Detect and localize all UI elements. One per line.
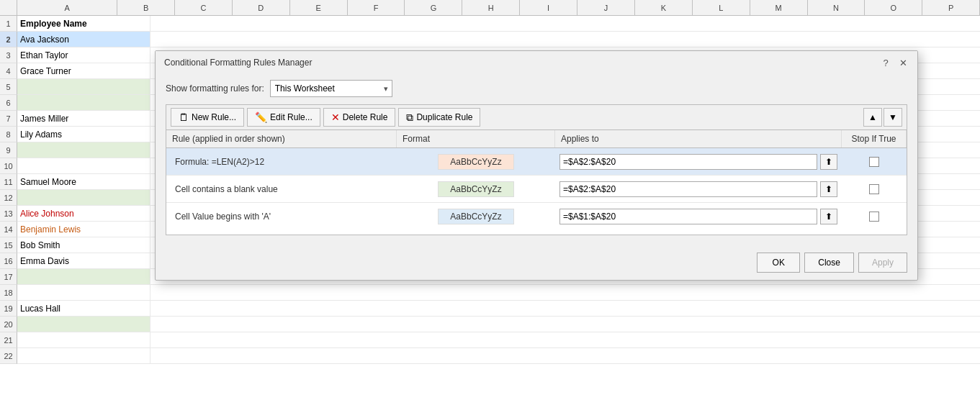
stop-if-true-checkbox[interactable] [869,184,879,194]
applies-to-input[interactable] [559,181,817,197]
delete-rule-button[interactable]: ✕ Delete Rule [323,108,396,127]
stop-if-true-checkbox[interactable] [869,212,879,222]
table-row: Employee Name [17,16,980,32]
stop-if-true-cell [842,157,907,167]
cell-a5[interactable] [17,79,150,94]
cell-a6[interactable] [17,95,150,110]
row-num-21: 21 [0,332,17,348]
table-row [17,285,980,301]
rules-table-header: Rule (applied in order shown) Format App… [166,130,907,148]
show-rules-select[interactable]: This Worksheet [270,80,392,97]
rule-description: Formula: =LEN(A2)>12 [166,154,397,170]
row-num-11: 11 [0,174,17,190]
move-up-button[interactable]: ▲ [863,108,882,127]
cell-a3[interactable]: Ethan Taylor [17,47,150,63]
edit-rule-label: Edit Rule... [270,112,313,122]
ok-button[interactable]: OK [757,253,800,273]
dialog-controls: ? ✕ [880,57,909,68]
col-header-g: G [405,0,462,15]
row-num-6: 6 [0,95,17,111]
edit-rule-icon: ✏️ [255,112,267,123]
row-num-5: 5 [0,79,17,95]
rules-table: Rule (applied in order shown) Format App… [166,129,907,235]
apply-button[interactable]: Apply [858,253,907,273]
conditional-formatting-dialog: Conditional Formatting Rules Manager ? ✕… [155,50,918,281]
row-num-2: 2 [0,32,17,47]
cell-a13[interactable]: Alice Johnson [17,206,150,221]
cell-a22[interactable] [17,348,150,363]
row-num-18: 18 [0,285,17,301]
cell-a8[interactable]: Lily Adams [17,127,150,142]
duplicate-rule-button[interactable]: ⧉ Duplicate Rule [398,108,480,127]
applies-to-select-button[interactable]: ⬆ [820,209,837,224]
rule-applies-to: ⬆ [555,151,842,173]
table-row [17,348,980,364]
close-icon-button[interactable]: ✕ [897,57,909,68]
row-num-16: 16 [0,253,17,269]
dialog-titlebar: Conditional Formatting Rules Manager ? ✕ [156,51,917,73]
applies-to-select-button[interactable]: ⬆ [820,154,837,170]
stop-if-true-cell [842,212,907,222]
show-rules-select-wrapper[interactable]: This Worksheet [270,80,392,97]
cell-a21[interactable] [17,332,150,347]
applies-to-input[interactable] [559,209,817,224]
cell-a12[interactable] [17,190,150,205]
help-button[interactable]: ? [880,57,891,68]
cell-a4[interactable]: Grace Turner [17,63,150,78]
row-rest [150,16,980,31]
col-header-j: J [577,0,635,15]
cell-a15[interactable]: Bob Smith [17,237,150,253]
cell-a1[interactable]: Employee Name [17,16,150,31]
edit-rule-button[interactable]: ✏️ Edit Rule... [247,108,320,127]
new-rule-icon: 🗒 [179,112,189,123]
cell-a10[interactable] [17,158,150,173]
col-header-c: C [175,0,233,15]
row-rest [150,332,980,347]
applies-to-select-button[interactable]: ⬆ [820,181,837,197]
row-num-13: 13 [0,206,17,222]
rule-format-preview: AaBbCcYyZz [397,178,555,200]
table-row [17,332,980,348]
rule-row[interactable]: Cell Value begins with 'A' AaBbCcYyZz ⬆ [166,203,907,230]
stop-if-true-checkbox[interactable] [869,157,879,167]
col-header-e: E [290,0,348,15]
cell-a18[interactable] [17,285,150,300]
spreadsheet: A B C D E F G H I J K L M N O P 12345678… [0,0,980,400]
new-rule-button[interactable]: 🗒 New Rule... [171,108,244,127]
rule-row[interactable]: Formula: =LEN(A2)>12 AaBbCcYyZz ⬆ [166,148,907,176]
move-down-button[interactable]: ▼ [884,108,902,127]
table-row: Ava Jackson [17,32,980,47]
row-rest [150,348,980,363]
delete-rule-label: Delete Rule [343,112,388,122]
row-numbers: 12345678910111213141516171819202122 [0,16,17,364]
cell-a20[interactable] [17,317,150,332]
cell-a2[interactable]: Ava Jackson [17,32,150,47]
row-rest [150,317,980,332]
cell-a17[interactable] [17,269,150,284]
format-preview-text: AaBbCcYyZz [438,154,513,170]
table-row: Lucas Hall [17,301,980,317]
applies-to-input[interactable] [559,154,817,170]
col-header-l: L [693,0,750,15]
col-header-p: P [922,0,980,15]
cell-a16[interactable]: Emma Davis [17,253,150,268]
row-rest [150,301,980,316]
col-header-a: A [17,0,117,15]
row-num-7: 7 [0,111,17,127]
row-num-12: 12 [0,190,17,206]
rules-toolbar: 🗒 New Rule... ✏️ Edit Rule... ✕ Delete R… [166,104,907,129]
cell-a19[interactable]: Lucas Hall [17,301,150,316]
cell-a14[interactable]: Benjamin Lewis [17,222,150,237]
col-header-k: K [635,0,693,15]
corner-cell [0,0,17,15]
close-button[interactable]: Close [804,253,854,273]
cell-a7[interactable]: James Miller [17,111,150,126]
cell-a9[interactable] [17,142,150,158]
show-rules-label: Show formatting rules for: [166,83,264,94]
cell-a11[interactable]: Samuel Moore [17,174,150,189]
rule-row[interactable]: Cell contains a blank value AaBbCcYyZz ⬆ [166,176,907,203]
rule-description: Cell Value begins with 'A' [166,209,397,224]
table-row [17,317,980,332]
row-num-15: 15 [0,237,17,253]
col-header-o: O [865,0,922,15]
